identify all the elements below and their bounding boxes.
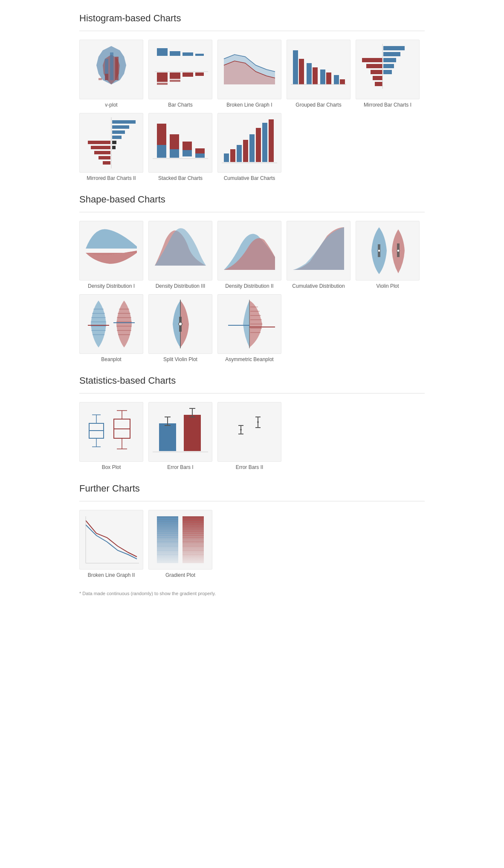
svg-rect-43 — [112, 130, 125, 134]
svg-point-71 — [378, 249, 380, 252]
chart-card-cumulative-bar[interactable]: Cumulative Bar Charts — [217, 113, 281, 181]
svg-rect-17 — [170, 80, 180, 82]
chart-card-split-violin[interactable]: Split Violin Plot — [148, 294, 212, 362]
chart-label-density-1: Density Distribution I — [88, 283, 135, 289]
chart-card-mirrored-bar-1[interactable]: Mirrored Bar Charts I — [356, 40, 420, 108]
chart-card-density-2[interactable]: Density Distribution II — [217, 221, 281, 289]
svg-rect-22 — [307, 63, 312, 84]
svg-rect-4 — [115, 57, 119, 80]
svg-rect-34 — [362, 58, 382, 62]
svg-rect-5 — [105, 74, 108, 80]
svg-rect-58 — [195, 148, 205, 153]
svg-rect-149 — [182, 516, 204, 563]
svg-point-131 — [257, 421, 259, 423]
chart-thumb-asymmetric-bean — [217, 294, 281, 354]
chart-card-broken-line-1[interactable]: Broken Line Graph I — [217, 40, 281, 108]
chart-card-density-3[interactable]: Density Distribution III — [148, 221, 212, 289]
chart-card-v-plot[interactable]: v-plot — [79, 40, 143, 108]
chart-thumb-cumulative-bar — [217, 113, 281, 173]
chart-card-broken-line-2[interactable]: Broken Line Graph II — [79, 510, 143, 578]
chart-thumb-box-plot — [79, 402, 143, 462]
svg-rect-64 — [243, 140, 248, 162]
chart-thumb-gradient-plot — [148, 510, 212, 570]
svg-rect-56 — [182, 142, 192, 150]
svg-rect-48 — [98, 156, 110, 159]
chart-card-mirrored-bar-2[interactable]: Mirrored Bar Charts II — [79, 113, 143, 181]
svg-rect-14 — [182, 72, 193, 77]
svg-rect-52 — [157, 124, 166, 145]
svg-rect-31 — [383, 58, 396, 62]
chart-card-violin[interactable]: Violin Plot — [356, 221, 420, 289]
chart-label-broken-line-1: Broken Line Graph I — [226, 102, 272, 108]
svg-rect-53 — [157, 145, 166, 158]
svg-rect-9 — [182, 52, 193, 56]
histogram-grid: v-plot Bar Charts — [79, 40, 425, 181]
chart-card-error-bars-1[interactable]: Error Bars I — [148, 402, 212, 470]
svg-rect-10 — [195, 54, 204, 56]
section-title-shape: Shape-based Charts — [79, 194, 425, 205]
section-title-statistics: Statistics-based Charts — [79, 375, 425, 386]
chart-label-violin: Violin Plot — [376, 283, 399, 289]
chart-label-split-violin: Split Violin Plot — [163, 356, 197, 362]
chart-card-error-bars-2[interactable]: Error Bars II — [217, 402, 281, 470]
svg-point-73 — [397, 249, 400, 252]
chart-thumb-mirrored-bar-1 — [356, 40, 420, 99]
chart-label-asymmetric-bean: Asymmetric Beanplot — [225, 356, 273, 362]
svg-rect-42 — [112, 125, 129, 129]
chart-thumb-violin — [356, 221, 420, 281]
svg-rect-62 — [230, 149, 235, 162]
chart-card-bar-charts[interactable]: Bar Charts — [148, 40, 212, 108]
chart-card-density-1[interactable]: Density Distribution I — [79, 221, 143, 289]
svg-rect-55 — [170, 149, 179, 158]
svg-rect-26 — [334, 75, 339, 84]
chart-label-gradient-plot: Gradient Plot — [165, 572, 195, 578]
svg-rect-57 — [182, 150, 192, 156]
svg-rect-47 — [94, 151, 110, 154]
svg-rect-36 — [371, 70, 382, 74]
chart-thumb-cumulative-dist — [287, 221, 350, 281]
section-title-histogram: Histogram-based Charts — [79, 13, 425, 24]
chart-card-box-plot[interactable]: Box Plot — [79, 402, 143, 470]
chart-card-beanplot[interactable]: Beanplot — [79, 294, 143, 362]
chart-card-grouped-bar[interactable]: Grouped Bar Charts — [287, 40, 350, 108]
svg-rect-32 — [383, 64, 394, 68]
svg-rect-25 — [326, 72, 331, 84]
svg-rect-45 — [88, 141, 110, 144]
svg-rect-3 — [110, 52, 113, 80]
svg-rect-134 — [157, 516, 178, 563]
svg-rect-51 — [112, 146, 116, 149]
chart-thumb-density-2 — [217, 221, 281, 281]
svg-rect-59 — [195, 153, 205, 158]
chart-thumb-split-violin — [148, 294, 212, 354]
chart-card-cumulative-dist[interactable]: Cumulative Distribution — [287, 221, 350, 289]
svg-point-92 — [179, 322, 182, 326]
svg-rect-33 — [383, 70, 392, 74]
section-title-further: Further Charts — [79, 483, 425, 494]
svg-rect-66 — [256, 128, 261, 162]
chart-thumb-density-3 — [148, 221, 212, 281]
svg-rect-67 — [262, 123, 267, 162]
chart-thumb-broken-line-1 — [217, 40, 281, 99]
svg-rect-63 — [237, 145, 242, 162]
chart-card-asymmetric-bean[interactable]: Asymmetric Beanplot — [217, 294, 281, 362]
svg-rect-41 — [112, 120, 136, 124]
svg-rect-7 — [157, 48, 168, 56]
chart-thumb-mirrored-bar-2 — [79, 113, 143, 173]
svg-rect-27 — [340, 79, 345, 84]
divider-shape — [79, 212, 425, 212]
divider-statistics — [79, 393, 425, 393]
chart-card-stacked-bar[interactable]: Stacked Bar Charts — [148, 113, 212, 181]
svg-rect-49 — [103, 161, 110, 165]
further-grid: Broken Line Graph II — [79, 510, 425, 578]
chart-card-gradient-plot[interactable]: Gradient Plot — [148, 510, 212, 578]
chart-thumb-v-plot — [79, 40, 143, 99]
chart-thumb-error-bars-1 — [148, 402, 212, 462]
chart-thumb-beanplot — [79, 294, 143, 354]
chart-thumb-bar-charts — [148, 40, 212, 99]
chart-label-stacked-bar: Stacked Bar Charts — [158, 175, 203, 181]
statistics-grid: Box Plot Error Bars I — [79, 402, 425, 470]
svg-rect-16 — [157, 83, 168, 85]
chart-label-beanplot: Beanplot — [101, 356, 121, 362]
divider-further — [79, 501, 425, 501]
chart-thumb-stacked-bar — [148, 113, 212, 173]
